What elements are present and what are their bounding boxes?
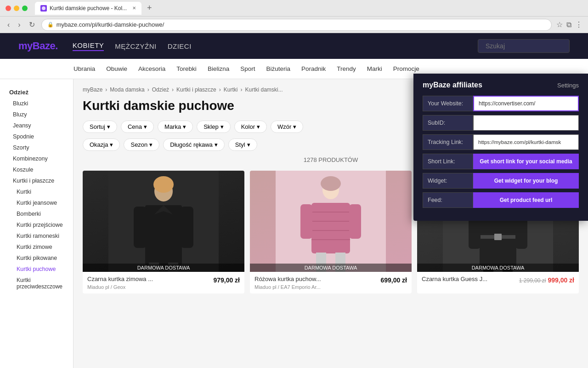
affiliate-overlay: myBaze affiliates Settings Your Website:… (413, 74, 588, 221)
svg-rect-18 (300, 204, 312, 239)
cat-obuwie[interactable]: Obuwie (106, 65, 127, 72)
product-info-3: Czarna kurtka Guess J... 1 299,00 zł 999… (417, 272, 579, 288)
product-brand-2: Miaduo pl / EA7 Emporio Ar... (254, 284, 407, 290)
svg-point-12 (321, 176, 341, 191)
breadcrumb-kurtki[interactable]: Kurtki i płaszcze (176, 86, 216, 93)
filter-sezon[interactable]: Sezon ▾ (124, 138, 159, 151)
settings-link[interactable]: Settings (557, 82, 579, 89)
cat-ubrania[interactable]: Ubrania (74, 65, 95, 72)
sidebar-item-kurtki-przejsciowe[interactable]: Kurtki przejściowe (0, 219, 73, 230)
address-bar: ‹ › ↻ 🔒 mybaze.com/pl/kurtki-damskie-puc… (0, 17, 588, 33)
cat-bielizna[interactable]: Bielizna (208, 65, 229, 72)
breadcrumb-kurtki2[interactable]: Kurtki (224, 86, 238, 93)
filter-marka[interactable]: Marka ▾ (158, 121, 193, 133)
nav-dzieci[interactable]: DZIECI (168, 42, 192, 50)
cat-akcesoria[interactable]: Akcesoria (138, 65, 165, 72)
sidebar-item-kurtki-przeciwdeszczowe[interactable]: Kurtki przeciwdeszczowe (0, 275, 73, 292)
sidebar-item-kurtki-zimowe[interactable]: Kurtki zimowe (0, 242, 73, 253)
breadcrumb-mybaze[interactable]: myBaze (83, 86, 102, 93)
filter-dlugosc[interactable]: Długość rękawa ▾ (163, 138, 225, 151)
product-name-3: Czarna kurtka Guess J... (422, 276, 487, 282)
site-logo[interactable]: myBaze. (18, 40, 58, 52)
delivery-badge-2: DARMOWA DOSTAWA (250, 264, 412, 272)
site-wrapper: myBaze. KOBIETY MĘŻCZYŹNI DZIECI Ubrania… (0, 33, 588, 368)
tab-close-icon[interactable]: ✕ (132, 6, 136, 11)
filter-styl[interactable]: Styl ▾ (228, 138, 257, 151)
url-bar[interactable]: 🔒 mybaze.com/pl/kurtki-damskie-puchowe/ (41, 19, 552, 31)
affiliate-row-subid: SubID: (423, 115, 579, 131)
minimize-button[interactable] (14, 6, 19, 11)
extensions-button[interactable]: ⧉ (566, 21, 571, 29)
sidebar-item-kurtki-pikowane[interactable]: Kurtki pikowane (0, 253, 73, 264)
filter-cena[interactable]: Cena ▾ (121, 121, 154, 133)
sidebar-item-kurtki-jeansowe[interactable]: Kurtki jeansowe (0, 197, 73, 208)
tab-title: Kurtki damskie puchowe - Kol... (50, 5, 127, 12)
product-price-orig-3: 1 299,00 zł (519, 277, 546, 284)
bookmark-button[interactable]: ☆ (556, 20, 563, 29)
affiliate-row-website: Your Website: (423, 96, 579, 111)
breadcrumb-moda[interactable]: Moda damska (110, 86, 144, 93)
filter-okazja[interactable]: Okazja ▾ (83, 138, 120, 151)
sidebar-item-kurtki-plaszcze[interactable]: Kurtki i płaszcze (0, 175, 73, 186)
widget-button[interactable]: Get widget for your blog (473, 173, 579, 189)
affiliate-input-website[interactable] (473, 96, 579, 111)
product-brand-1: Miaduo pl / Geox (87, 284, 240, 290)
breadcrumb-odziez[interactable]: Odzież (152, 86, 169, 93)
sidebar-item-kurtki-puchowe[interactable]: Kurtki puchowe (0, 264, 73, 275)
affiliate-row-shortlink: Short Link: Get short link for your soci… (423, 154, 579, 169)
affiliate-label-tracking: Tracking Link: (423, 134, 473, 150)
affiliate-input-tracking[interactable] (473, 134, 579, 150)
menu-button[interactable]: ⋮ (575, 20, 582, 29)
browser-tab[interactable]: Kurtki damskie puchowe - Kol... ✕ (35, 2, 141, 15)
svg-rect-27 (494, 234, 502, 240)
sidebar-item-koszule[interactable]: Koszule (0, 164, 73, 175)
breadcrumb-current: Kurtki damski... (245, 86, 283, 93)
cat-poradnik[interactable]: Poradnik (301, 65, 326, 72)
sidebar-item-odziez[interactable]: Odzież (0, 86, 73, 98)
sidebar-item-bluzy[interactable]: Bluzy (0, 109, 73, 120)
nav-kobiety[interactable]: KOBIETY (73, 41, 104, 51)
svg-point-0 (42, 6, 45, 10)
cat-promocje[interactable]: Promocje (393, 65, 419, 72)
cat-trendy[interactable]: Trendy (337, 65, 356, 72)
svg-rect-6 (134, 207, 147, 248)
sidebar-item-bluzki[interactable]: Bluzki (0, 98, 73, 109)
cat-bizuteria[interactable]: Biżuteria (266, 65, 290, 72)
affiliate-input-subid[interactable] (473, 115, 579, 131)
feed-button[interactable]: Get product feed url (473, 192, 579, 208)
back-button[interactable]: ‹ (6, 20, 11, 30)
filter-sortuj[interactable]: Sortuj ▾ (83, 121, 117, 133)
sidebar-item-spodnie[interactable]: Spodnie (0, 131, 73, 142)
close-button[interactable] (6, 6, 11, 11)
product-name-2: Różowa kurtka puchow... (254, 276, 321, 282)
short-link-button[interactable]: Get short link for your social media (473, 154, 579, 169)
sidebar-item-szorty[interactable]: Szorty (0, 142, 73, 153)
sidebar-item-kombinezony[interactable]: Kombinezony (0, 153, 73, 164)
new-tab-button[interactable]: + (147, 3, 152, 13)
sidebar-item-kurtki-ramoneski[interactable]: Kurtki ramoneski (0, 230, 73, 242)
affiliate-label-widget: Widget: (423, 173, 473, 189)
search-input[interactable] (478, 39, 570, 53)
reload-button[interactable]: ↻ (27, 19, 37, 30)
maximize-button[interactable] (22, 6, 28, 11)
product-card-2[interactable]: DARMOWA DOSTAWA Różowa kurtka puchow... … (250, 171, 412, 293)
svg-rect-4 (145, 205, 182, 265)
filter-wzor[interactable]: Wzór ▾ (271, 121, 303, 133)
forward-button[interactable]: › (16, 20, 22, 30)
nav-mezczyzni[interactable]: MĘŻCZYŹNI (115, 42, 156, 50)
cat-marki[interactable]: Marki (367, 65, 382, 72)
cat-torebki[interactable]: Torebki (176, 65, 197, 72)
url-text: mybaze.com/pl/kurtki-damskie-puchowe/ (57, 21, 164, 28)
sidebar-item-bomberki[interactable]: Bomberki (0, 208, 73, 219)
filter-sklep[interactable]: Sklep ▾ (197, 121, 231, 133)
sidebar-item-jeansy[interactable]: Jeansy (0, 120, 73, 131)
product-info-1: Czarna kurtka zimowa ... 979,00 zł Miadu… (83, 272, 244, 293)
tab-favicon (40, 5, 47, 12)
filter-kolor[interactable]: Kolor ▾ (234, 121, 267, 133)
cat-sport[interactable]: Sport (240, 65, 255, 72)
svg-point-3 (153, 176, 174, 193)
sidebar-item-kurtki[interactable]: Kurtki (0, 186, 73, 197)
nav-links: KOBIETY MĘŻCZYŹNI DZIECI (73, 41, 192, 51)
product-card-1[interactable]: DARMOWA DOSTAWA Czarna kurtka zimowa ...… (83, 171, 244, 293)
lock-icon: 🔒 (47, 22, 54, 28)
